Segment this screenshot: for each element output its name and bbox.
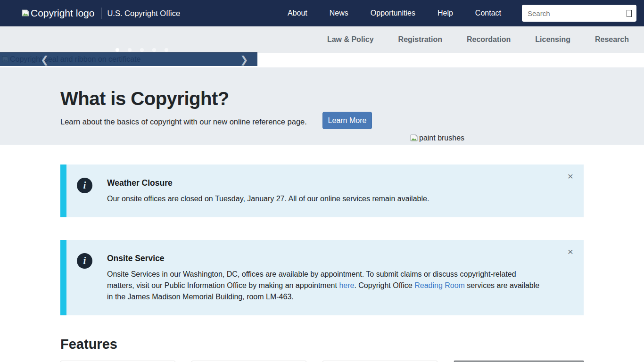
nav-help[interactable]: Help: [438, 9, 453, 17]
brand[interactable]: Copyright logo U.S. Copyright Office: [21, 8, 180, 19]
alert-body-text: . Copyright Office: [354, 281, 414, 289]
broken-image-icon: [21, 9, 30, 17]
subnav-research[interactable]: Research: [595, 35, 629, 44]
site-name: U.S. Copyright Office: [107, 9, 180, 18]
alert-title: Onsite Service: [107, 254, 165, 263]
search-box[interactable]: [522, 5, 636, 22]
close-icon[interactable]: ×: [565, 246, 576, 257]
top-header: Copyright logo U.S. Copyright Office Abo…: [0, 0, 644, 26]
hero-section: What is Copyright? Learn about the basic…: [0, 67, 644, 145]
carousel-alt-text: Copyright seal and ribbon on certificate: [10, 55, 141, 64]
alert-onsite-service: i Onsite Service Onsite Services in our …: [60, 240, 584, 315]
carousel-image-broken: Copyright seal and ribbon on certificate: [1, 55, 141, 64]
hero-subtitle: Learn about the basics of copyright with…: [60, 117, 307, 126]
nav-news[interactable]: News: [330, 9, 348, 17]
learn-more-button[interactable]: Learn More: [322, 112, 372, 129]
logo-alt-text: Copyright logo: [31, 8, 94, 19]
carousel-dot-1[interactable]: [116, 48, 119, 52]
alert-body: Onsite Services in our Washington, DC, o…: [107, 269, 543, 303]
close-icon[interactable]: ×: [565, 171, 576, 181]
broken-image-icon: [410, 134, 418, 142]
nav-about[interactable]: About: [288, 9, 307, 17]
hero-image-alt-text: paint brushes: [419, 134, 464, 142]
hero-title: What is Copyright?: [60, 88, 229, 109]
search-input[interactable]: [527, 9, 627, 18]
alert-title: Weather Closure: [107, 178, 173, 188]
subnav-recordation[interactable]: Recordation: [467, 35, 511, 44]
carousel-banner: Copyright seal and ribbon on certificate…: [0, 52, 257, 66]
nav-contact[interactable]: Contact: [475, 9, 501, 17]
alert-weather-closure: i Weather Closure Our onsite offices are…: [60, 165, 584, 217]
subnav-law-policy[interactable]: Law & Policy: [327, 35, 374, 44]
broken-image-icon: [1, 56, 9, 63]
carousel-dot-2[interactable]: [128, 48, 132, 52]
carousel-next-icon[interactable]: ❯: [237, 53, 251, 66]
appointment-link[interactable]: here: [339, 281, 354, 289]
alert-body: Our onsite offices are closed on Tuesday…: [107, 193, 543, 205]
search-icon[interactable]: [627, 10, 632, 17]
carousel-dot-3[interactable]: [140, 48, 144, 52]
carousel-dot-5[interactable]: [165, 48, 168, 52]
hero-image-broken: paint brushes: [410, 134, 464, 142]
top-nav: About News Opportunities Help Contact: [288, 9, 501, 17]
nav-opportunities[interactable]: Opportunities: [371, 9, 415, 17]
secondary-nav: Law & Policy Registration Recordation Li…: [0, 26, 644, 53]
features-heading: Features: [60, 337, 117, 352]
info-icon: i: [77, 178, 92, 193]
subnav-licensing[interactable]: Licensing: [535, 35, 570, 44]
subnav-registration[interactable]: Registration: [398, 35, 442, 44]
reading-room-link[interactable]: Reading Room: [414, 281, 465, 289]
brand-divider: [101, 8, 101, 19]
carousel-dot-4[interactable]: [152, 48, 156, 52]
carousel-dots: [116, 48, 168, 52]
carousel-prev-icon[interactable]: ❮: [38, 53, 52, 66]
copyright-office-homepage: Copyright logo U.S. Copyright Office Abo…: [0, 0, 644, 362]
info-icon: i: [77, 253, 92, 269]
